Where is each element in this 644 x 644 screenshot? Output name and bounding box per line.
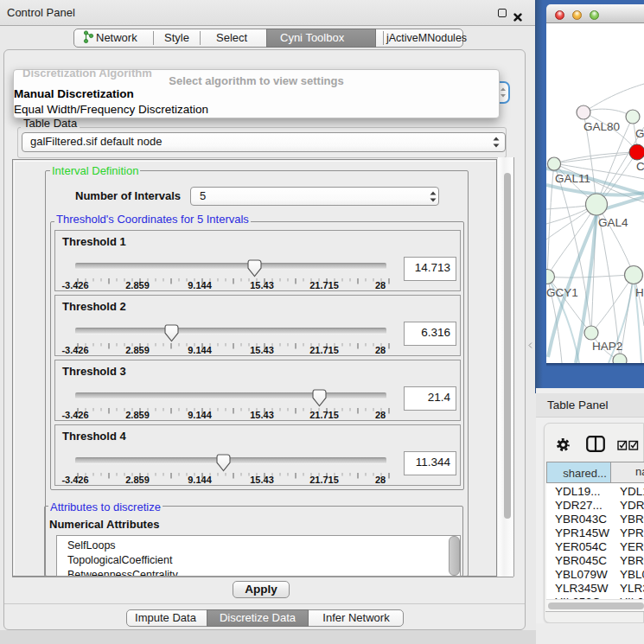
svg-text:GCY1: GCY1 [546, 286, 578, 299]
svg-text:H: H [635, 286, 644, 299]
svg-text:HAP2: HAP2 [592, 340, 622, 353]
svg-text:GAL4: GAL4 [598, 216, 628, 229]
svg-text:GAL11: GAL11 [555, 172, 590, 185]
svg-text:C: C [636, 160, 644, 173]
svg-text:GAL80: GAL80 [583, 120, 620, 133]
svg-text:GA: GA [635, 127, 644, 140]
